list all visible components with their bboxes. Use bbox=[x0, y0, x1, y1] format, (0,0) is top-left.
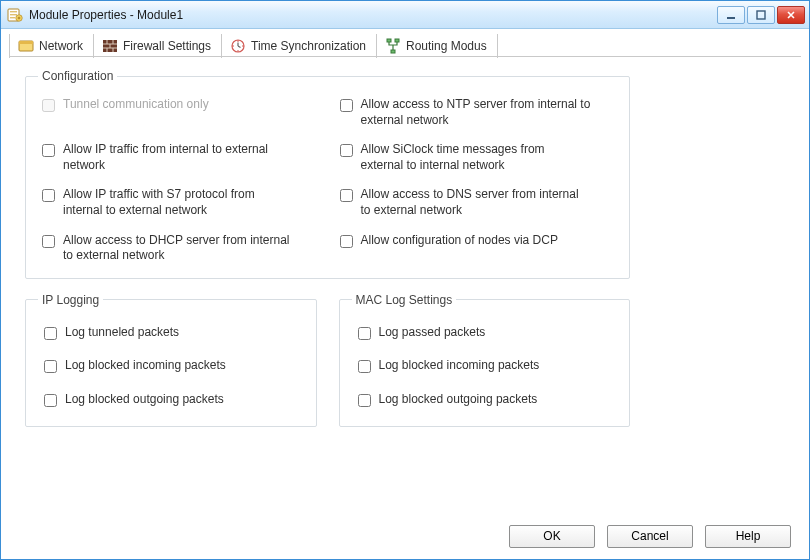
config-dcp-checkbox[interactable] bbox=[340, 235, 353, 248]
config-ip-traffic-checkbox[interactable] bbox=[42, 144, 55, 157]
svg-rect-24 bbox=[391, 50, 395, 53]
tab-network[interactable]: Network bbox=[9, 34, 94, 58]
tab-firewall-settings[interactable]: Firewall Settings bbox=[94, 34, 222, 58]
svg-rect-3 bbox=[10, 17, 15, 18]
window-buttons bbox=[717, 6, 807, 24]
configuration-grid: Tunnel communication only Allow access t… bbox=[38, 93, 617, 266]
clock-icon bbox=[230, 38, 246, 54]
iplog-tunneled-checkbox[interactable] bbox=[44, 327, 57, 340]
iplog-tunneled: Log tunneled packets bbox=[44, 325, 298, 341]
tab-label: Network bbox=[39, 39, 83, 53]
window-title: Module Properties - Module1 bbox=[29, 8, 717, 22]
iplog-blocked-out: Log blocked outgoing packets bbox=[44, 392, 298, 408]
config-ip-s7-checkbox[interactable] bbox=[42, 189, 55, 202]
config-dns-access: Allow access to DNS server from internal… bbox=[340, 187, 614, 218]
iplog-blocked-in-label: Log blocked incoming packets bbox=[65, 358, 226, 374]
firewall-icon bbox=[102, 38, 118, 54]
configuration-legend: Configuration bbox=[38, 69, 117, 83]
config-dcp: Allow configuration of nodes via DCP bbox=[340, 233, 614, 264]
cancel-button[interactable]: Cancel bbox=[607, 525, 693, 548]
minimize-button[interactable] bbox=[717, 6, 745, 24]
config-tunnel-only: Tunnel communication only bbox=[42, 97, 316, 128]
tab-label: Firewall Settings bbox=[123, 39, 211, 53]
button-bar: OK Cancel Help bbox=[1, 513, 809, 559]
configuration-group: Configuration Tunnel communication only … bbox=[25, 69, 630, 279]
config-dhcp-access: Allow access to DHCP server from interna… bbox=[42, 233, 316, 264]
maclog-blocked-out-label: Log blocked outgoing packets bbox=[379, 392, 538, 408]
tab-label: Time Synchronization bbox=[251, 39, 366, 53]
config-ntp-access-label: Allow access to NTP server from internal… bbox=[361, 97, 591, 128]
config-dcp-label: Allow configuration of nodes via DCP bbox=[361, 233, 558, 249]
iplog-blocked-in: Log blocked incoming packets bbox=[44, 358, 298, 374]
iplog-blocked-in-checkbox[interactable] bbox=[44, 360, 57, 373]
config-dns-access-label: Allow access to DNS server from internal… bbox=[361, 187, 591, 218]
tab-routing-modus[interactable]: Routing Modus bbox=[377, 34, 498, 58]
config-ip-traffic-label: Allow IP traffic from internal to extern… bbox=[63, 142, 293, 173]
config-ntp-access-checkbox[interactable] bbox=[340, 99, 353, 112]
app-icon bbox=[7, 7, 23, 23]
maclog-blocked-out: Log blocked outgoing packets bbox=[358, 392, 612, 408]
config-dhcp-access-checkbox[interactable] bbox=[42, 235, 55, 248]
svg-rect-8 bbox=[19, 41, 33, 44]
tab-label: Routing Modus bbox=[406, 39, 487, 53]
maclog-passed: Log passed packets bbox=[358, 325, 612, 341]
svg-rect-6 bbox=[757, 11, 765, 19]
config-siclock: Allow SiClock time messages from externa… bbox=[340, 142, 614, 173]
ip-logging-group: IP Logging Log tunneled packets Log bloc… bbox=[25, 293, 317, 427]
ok-button[interactable]: OK bbox=[509, 525, 595, 548]
svg-rect-1 bbox=[10, 11, 17, 12]
config-ip-traffic: Allow IP traffic from internal to extern… bbox=[42, 142, 316, 173]
maclog-blocked-in-checkbox[interactable] bbox=[358, 360, 371, 373]
content-area: Configuration Tunnel communication only … bbox=[1, 57, 809, 513]
maximize-button[interactable] bbox=[747, 6, 775, 24]
titlebar: Module Properties - Module1 bbox=[1, 1, 809, 29]
config-dhcp-access-label: Allow access to DHCP server from interna… bbox=[63, 233, 293, 264]
svg-rect-5 bbox=[727, 17, 735, 19]
routing-icon bbox=[385, 38, 401, 54]
maclog-blocked-in: Log blocked incoming packets bbox=[358, 358, 612, 374]
mac-log-group: MAC Log Settings Log passed packets Log … bbox=[339, 293, 631, 427]
maclog-blocked-out-checkbox[interactable] bbox=[358, 394, 371, 407]
close-button[interactable] bbox=[777, 6, 805, 24]
svg-rect-23 bbox=[395, 39, 399, 42]
tab-time-sync[interactable]: Time Synchronization bbox=[222, 34, 377, 58]
config-tunnel-only-label: Tunnel communication only bbox=[63, 97, 209, 113]
config-tunnel-only-checkbox bbox=[42, 99, 55, 112]
window: Module Properties - Module1 Network bbox=[0, 0, 810, 560]
svg-rect-2 bbox=[10, 14, 17, 15]
tabbar: Network Firewall Settings bbox=[1, 29, 809, 57]
maclog-passed-checkbox[interactable] bbox=[358, 327, 371, 340]
help-button[interactable]: Help bbox=[705, 525, 791, 548]
svg-rect-22 bbox=[387, 39, 391, 42]
ip-logging-list: Log tunneled packets Log blocked incomin… bbox=[38, 317, 304, 414]
network-icon bbox=[18, 38, 34, 54]
config-ip-s7: Allow IP traffic with S7 protocol from i… bbox=[42, 187, 316, 218]
ip-logging-legend: IP Logging bbox=[38, 293, 103, 307]
maclog-passed-label: Log passed packets bbox=[379, 325, 486, 341]
config-siclock-checkbox[interactable] bbox=[340, 144, 353, 157]
iplog-tunneled-label: Log tunneled packets bbox=[65, 325, 179, 341]
mac-log-list: Log passed packets Log blocked incoming … bbox=[352, 317, 618, 414]
config-ip-s7-label: Allow IP traffic with S7 protocol from i… bbox=[63, 187, 293, 218]
config-dns-access-checkbox[interactable] bbox=[340, 189, 353, 202]
config-siclock-label: Allow SiClock time messages from externa… bbox=[361, 142, 591, 173]
config-ntp-access: Allow access to NTP server from internal… bbox=[340, 97, 614, 128]
iplog-blocked-out-label: Log blocked outgoing packets bbox=[65, 392, 224, 408]
iplog-blocked-out-checkbox[interactable] bbox=[44, 394, 57, 407]
mac-log-legend: MAC Log Settings bbox=[352, 293, 457, 307]
maclog-blocked-in-label: Log blocked incoming packets bbox=[379, 358, 540, 374]
logging-row: IP Logging Log tunneled packets Log bloc… bbox=[25, 293, 630, 427]
